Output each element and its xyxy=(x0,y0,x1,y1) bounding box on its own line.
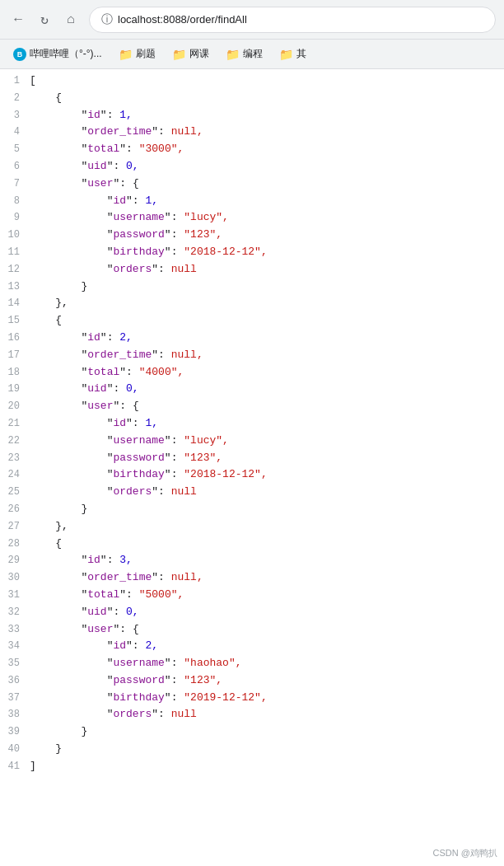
folder-icon-wangke: 📁 xyxy=(172,48,186,61)
bookmark-more[interactable]: 📁 其 xyxy=(273,44,313,64)
json-number-value: 1, xyxy=(145,194,158,207)
json-line-35: 35 "username": "haohao", xyxy=(0,655,504,672)
json-line-24: 24 "birthday": "2018-12-12", xyxy=(0,466,504,484)
json-key: order_time xyxy=(87,125,152,138)
json-line-36: 36 "password": "123", xyxy=(0,672,504,690)
json-key: orders xyxy=(113,485,152,498)
json-key: username xyxy=(113,434,164,447)
json-key: birthday xyxy=(113,691,164,704)
line-content: { xyxy=(30,312,62,330)
line-content: { xyxy=(30,536,62,553)
json-line-5: 5 "total": "3000", xyxy=(0,141,504,158)
back-button[interactable]: ← xyxy=(8,10,28,30)
line-content: "orders": null xyxy=(30,261,197,279)
line-content: "birthday": "2018-12-12", xyxy=(30,466,268,484)
json-line-32: 32 "uid": 0, xyxy=(0,604,504,621)
line-number: 40 xyxy=(7,742,30,757)
json-key: id xyxy=(87,109,100,121)
home-button[interactable]: ⌂ xyxy=(61,10,81,30)
json-key: uid xyxy=(87,606,106,618)
json-line-30: 30 "order_time": null, xyxy=(0,569,504,587)
line-content: "password": "123", xyxy=(30,672,222,690)
bookmark-shuati[interactable]: 📁 刷题 xyxy=(112,44,162,64)
line-content: "user": { xyxy=(30,398,139,415)
line-content: "user": { xyxy=(30,621,139,639)
line-content: [ xyxy=(30,73,36,90)
json-line-2: 2 { xyxy=(0,90,504,107)
line-content: "username": "lucy", xyxy=(30,209,229,227)
line-number: 27 xyxy=(7,519,30,535)
json-line-28: 28 { xyxy=(0,536,504,553)
json-string-value: "123", xyxy=(184,228,222,241)
json-string-value: "2018-12-12", xyxy=(184,246,267,258)
json-line-26: 26 } xyxy=(0,501,504,518)
line-content: "id": 3, xyxy=(30,552,133,569)
json-line-7: 7 "user": { xyxy=(0,176,504,193)
refresh-button[interactable]: ↻ xyxy=(35,10,54,30)
line-number: 19 xyxy=(7,382,30,397)
line-content: "id": 2, xyxy=(30,638,158,655)
line-number: 20 xyxy=(7,399,30,414)
line-content: "password": "123", xyxy=(30,450,222,467)
json-line-40: 40 } xyxy=(0,741,504,758)
line-number: 14 xyxy=(7,296,30,311)
line-number: 28 xyxy=(7,536,30,552)
line-content: "username": "lucy", xyxy=(30,433,229,450)
json-line-39: 39 } xyxy=(0,723,504,741)
json-number-value: 1, xyxy=(145,417,158,429)
json-key: birthday xyxy=(113,468,164,480)
json-bracket: ] xyxy=(30,760,36,772)
json-line-12: 12 "orders": null xyxy=(0,261,504,279)
json-number-value: 0, xyxy=(126,160,139,172)
line-content: "uid": 0, xyxy=(30,158,139,176)
folder-icon-shuati: 📁 xyxy=(119,48,133,61)
address-bar[interactable]: ⓘ localhost:8088/order/findAll xyxy=(89,7,496,33)
json-key: username xyxy=(113,211,164,223)
json-line-19: 19 "uid": 0, xyxy=(0,381,504,398)
json-string-value: "2018-12-12", xyxy=(184,468,267,480)
json-key: birthday xyxy=(113,246,164,258)
bookmark-bilibili[interactable]: B 哔哩哔哩（°-°)... xyxy=(7,44,109,64)
json-string-value: "lucy", xyxy=(184,211,229,223)
info-icon: ⓘ xyxy=(101,12,113,27)
line-number: 33 xyxy=(7,622,30,638)
nav-buttons: ← ↻ ⌂ xyxy=(8,10,81,30)
line-number: 25 xyxy=(7,484,30,500)
bookmark-wangke[interactable]: 📁 网课 xyxy=(166,44,216,64)
json-key: order_time xyxy=(87,571,152,583)
line-content: } xyxy=(30,741,62,758)
json-key: password xyxy=(113,452,164,464)
line-content: "order_time": null, xyxy=(30,124,203,141)
line-number: 10 xyxy=(7,227,30,243)
json-bracket: } xyxy=(81,725,87,737)
line-number: 31 xyxy=(7,587,30,603)
json-line-34: 34 "id": 2, xyxy=(0,638,504,655)
json-line-21: 21 "id": 1, xyxy=(0,415,504,433)
json-string-value: "haohao", xyxy=(184,657,241,669)
json-string-value: "4000", xyxy=(139,366,184,378)
json-line-6: 6 "uid": 0, xyxy=(0,158,504,176)
bookmark-shuati-label: 刷题 xyxy=(136,47,156,61)
json-number-value: 2, xyxy=(145,639,158,652)
line-content: } xyxy=(30,501,87,518)
json-line-22: 22 "username": "lucy", xyxy=(0,433,504,450)
line-content: "id": 1, xyxy=(30,415,158,433)
json-key: orders xyxy=(113,263,152,275)
json-bracket: } xyxy=(81,280,87,293)
json-bracket: } xyxy=(55,742,62,755)
line-number: 21 xyxy=(7,416,30,432)
json-line-13: 13 } xyxy=(0,279,504,296)
bookmark-biancheng[interactable]: 📁 编程 xyxy=(219,44,269,64)
json-key: password xyxy=(113,228,164,241)
json-key: uid xyxy=(87,382,106,395)
json-number-value: 2, xyxy=(119,331,133,344)
json-line-8: 8 "id": 1, xyxy=(0,193,504,210)
watermark: CSDN @鸡鸭扒 xyxy=(433,847,497,859)
json-key: uid xyxy=(87,160,106,172)
json-key: orders xyxy=(113,708,152,720)
json-null-value: null, xyxy=(171,125,203,138)
line-number: 11 xyxy=(7,245,30,260)
json-number-value: 1, xyxy=(119,109,133,121)
line-number: 8 xyxy=(7,194,30,209)
line-number: 24 xyxy=(7,467,30,483)
